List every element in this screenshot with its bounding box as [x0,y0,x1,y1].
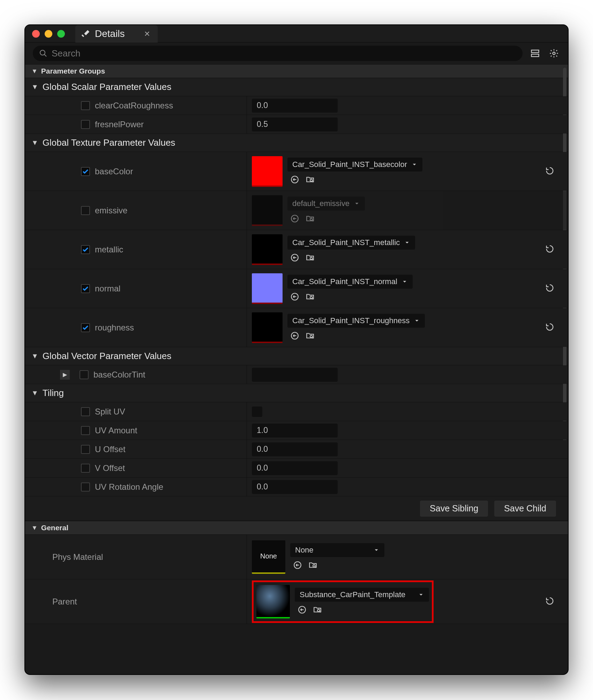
group-global-vector[interactable]: ▼ Global Vector Parameter Values [25,347,568,365]
browse-icon[interactable] [306,331,315,342]
group-tiling[interactable]: ▼ Tiling [25,384,568,402]
param-label: normal [95,284,120,294]
chevron-right-icon: ▶ [63,371,67,378]
reset-to-default-button[interactable] [545,322,555,333]
param-metallic: metallic Car_Solid_Paint_INST_metallic [25,230,568,269]
asset-thumbnail[interactable] [256,585,290,618]
chevron-down-icon [404,239,410,246]
reset-to-default-button[interactable] [545,166,555,177]
asset-dropdown[interactable]: None [290,543,384,557]
tab-title: Details [95,28,125,39]
asset-dropdown[interactable]: Car_Solid_Paint_INST_normal [287,275,413,289]
use-selected-icon[interactable] [290,331,299,342]
value-input[interactable]: 0.0 [252,442,338,456]
browse-icon[interactable] [308,561,317,571]
view-options-button[interactable] [529,47,541,60]
value-input[interactable]: 0.0 [252,99,338,113]
value-input[interactable]: 0.0 [252,480,338,494]
bool-checkbox[interactable] [252,406,262,417]
param-uv-amount: UV Amount 1.0 [25,421,568,440]
parent-highlight-box: Substance_CarPaint_Template [252,580,434,623]
asset-dropdown[interactable]: Car_Solid_Paint_INST_metallic [287,236,415,250]
section-parameter-groups[interactable]: ▼ Parameter Groups [25,64,568,78]
param-base-color-tint: ▶ baseColorTint [25,365,568,384]
param-label: roughness [95,323,134,333]
use-selected-icon[interactable] [290,175,299,185]
chevron-down-icon: ▼ [31,139,38,147]
texture-thumbnail[interactable] [252,273,283,304]
param-roughness: roughness Car_Solid_Paint_INST_roughness [25,308,568,347]
close-window-button[interactable] [32,30,40,38]
texture-thumbnail[interactable] [252,156,283,187]
reset-to-default-button[interactable] [545,596,555,607]
search-input[interactable] [52,48,516,59]
asset-dropdown[interactable]: default_emissive [287,197,365,211]
section-general[interactable]: ▼ General [25,521,568,535]
group-global-scalar[interactable]: ▼ Global Scalar Parameter Values [25,78,568,96]
param-label: metallic [95,245,123,254]
asset-thumbnail[interactable]: None [252,540,285,574]
search-box[interactable] [33,46,523,61]
close-tab-icon[interactable]: × [144,28,150,39]
override-checkbox[interactable] [81,120,90,129]
reset-to-default-button[interactable] [545,244,555,255]
details-tab[interactable]: Details × [75,25,158,43]
chevron-down-icon [418,592,424,598]
zoom-window-button[interactable] [57,30,65,38]
value-input[interactable]: 0.5 [252,117,338,131]
window-controls [32,30,65,38]
param-phys-material: Phys Material None None [25,535,568,579]
override-checkbox[interactable] [81,482,90,492]
override-checkbox[interactable] [81,206,90,215]
browse-icon[interactable] [306,253,315,264]
override-checkbox[interactable] [81,445,90,454]
browse-icon[interactable] [306,175,315,185]
texture-thumbnail[interactable] [252,234,283,265]
browse-icon[interactable] [306,292,315,303]
browse-icon[interactable] [313,605,322,616]
save-sibling-button[interactable]: Save Sibling [420,501,488,517]
titlebar: Details × [25,25,568,43]
value-input[interactable]: 1.0 [252,424,338,438]
asset-name: default_emissive [292,199,350,208]
group-label: Global Texture Parameter Values [43,137,175,148]
asset-dropdown[interactable]: Car_Solid_Paint_INST_roughness [287,314,425,328]
brush-icon [80,28,91,40]
use-selected-icon[interactable] [290,292,299,303]
override-checkbox[interactable] [81,101,90,110]
minimize-window-button[interactable] [45,30,52,38]
override-checkbox[interactable] [80,370,89,379]
use-selected-icon[interactable] [298,605,307,616]
override-checkbox[interactable] [81,284,90,293]
param-label: V Offset [95,463,125,473]
override-checkbox[interactable] [81,323,90,332]
use-selected-icon[interactable] [290,214,299,225]
group-global-texture[interactable]: ▼ Global Texture Parameter Values [25,134,568,152]
param-label: Parent [52,597,77,607]
section-label: General [41,524,68,532]
chevron-down-icon: ▼ [31,68,38,75]
texture-thumbnail[interactable] [252,195,283,226]
override-checkbox[interactable] [81,464,90,473]
param-label: Phys Material [52,552,103,562]
override-checkbox[interactable] [81,245,90,254]
override-checkbox[interactable] [81,407,90,416]
chevron-down-icon: ▼ [31,352,38,360]
override-checkbox[interactable] [81,426,90,435]
texture-thumbnail[interactable] [252,312,283,343]
asset-dropdown[interactable]: Car_Solid_Paint_INST_basecolor [287,158,422,172]
settings-button[interactable] [548,47,560,60]
override-checkbox[interactable] [81,167,90,176]
asset-dropdown[interactable]: Substance_CarPaint_Template [295,588,429,602]
browse-icon[interactable] [306,214,315,225]
value-input[interactable]: 0.0 [252,461,338,475]
save-child-button[interactable]: Save Child [494,501,556,517]
reset-to-default-button[interactable] [545,283,555,294]
use-selected-icon[interactable] [290,253,299,264]
save-button-row: Save Sibling Save Child [25,496,568,521]
use-selected-icon[interactable] [293,561,302,571]
expand-button[interactable]: ▶ [60,370,70,380]
param-parent: Parent Substance_CarPaint_Template [25,579,568,624]
color-swatch[interactable] [252,368,338,382]
param-normal: normal Car_Solid_Paint_INST_normal [25,269,568,308]
